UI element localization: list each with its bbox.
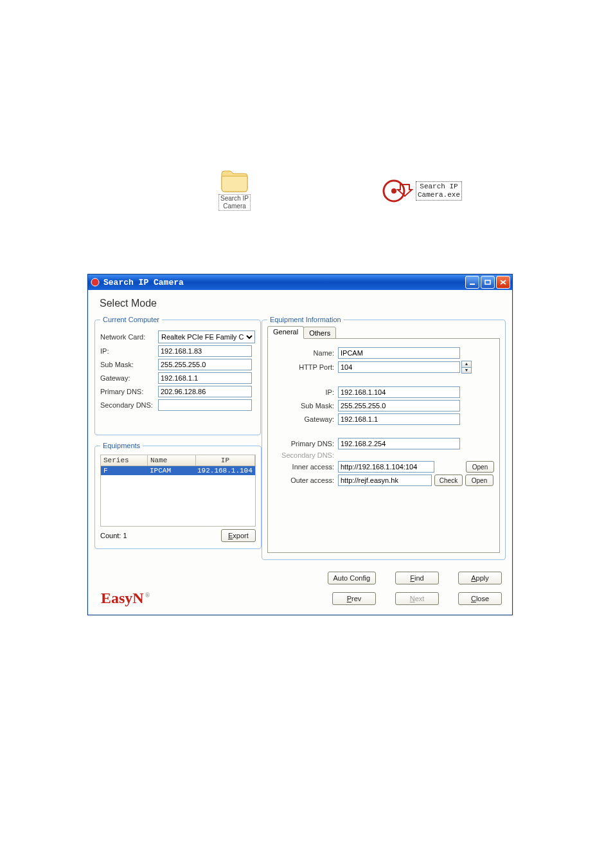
- cc-pdns-label: Primary DNS:: [100, 388, 158, 395]
- cc-sdns-label: Secondary DNS:: [100, 401, 158, 409]
- ei-port-label: HTTP Port:: [273, 363, 338, 371]
- cc-gateway-label: Gateway:: [100, 374, 158, 382]
- desktop-exe-shortcut[interactable]: Search IP Camera.exe: [382, 177, 462, 205]
- ei-ip-input[interactable]: [338, 386, 460, 398]
- ei-inner-label: Inner access:: [273, 463, 338, 471]
- minimize-button[interactable]: [465, 276, 479, 289]
- cc-ip-label: IP:: [100, 347, 158, 355]
- ei-pdns-label: Primary DNS:: [273, 440, 338, 448]
- col-ip[interactable]: IP: [196, 455, 255, 466]
- ei-inner-input[interactable]: [338, 461, 434, 473]
- apply-button[interactable]: Apply: [458, 572, 502, 584]
- ei-sdns-label: Secondary DNS:: [273, 451, 338, 459]
- prev-button[interactable]: Prev: [332, 592, 376, 605]
- cc-ip-input[interactable]: [158, 345, 252, 357]
- svg-point-2: [91, 278, 99, 286]
- app-icon: [91, 278, 100, 287]
- table-row[interactable]: F IPCAM 192.168.1.104: [101, 466, 255, 475]
- equipment-info-legend: Equipment Information: [267, 316, 344, 323]
- cell-series: F: [101, 466, 147, 475]
- svg-point-1: [391, 188, 396, 194]
- count-label: Count: 1: [100, 532, 127, 539]
- equipments-table[interactable]: Series Name IP F IPCAM 192.168.1.104: [100, 455, 256, 527]
- close-button[interactable]: Close: [458, 592, 502, 605]
- ei-port-input[interactable]: [338, 361, 460, 373]
- brand-logo: EasyN®: [101, 590, 150, 607]
- cc-submask-input[interactable]: [158, 359, 252, 370]
- maximize-button[interactable]: [481, 276, 495, 289]
- svg-rect-4: [485, 280, 490, 284]
- folder-icon: [219, 167, 250, 193]
- equipments-legend: Equipments: [100, 442, 143, 449]
- spin-up-icon[interactable]: ▲: [462, 361, 471, 368]
- cell-ip: 192.168.1.104: [195, 466, 255, 475]
- window-title: Search IP Camera: [103, 278, 184, 287]
- ei-submask-input[interactable]: [338, 400, 460, 411]
- spin-down-icon[interactable]: ▼: [462, 368, 471, 374]
- cc-sdns-input[interactable]: [158, 399, 252, 411]
- ei-submask-label: Sub Mask:: [273, 402, 338, 410]
- search-ip-camera-window: Search IP Camera Select Mode Current Com…: [87, 274, 513, 615]
- current-computer-group: Current Computer Network Card: Realtek P…: [94, 316, 261, 435]
- cd-install-icon: [382, 177, 413, 205]
- close-window-button[interactable]: [496, 276, 510, 289]
- outer-open-button[interactable]: Open: [465, 475, 493, 486]
- ei-gateway-input[interactable]: [338, 413, 460, 425]
- ei-pdns-input[interactable]: [338, 438, 460, 449]
- outer-check-button[interactable]: Check: [434, 475, 463, 486]
- ei-outer-input[interactable]: [338, 475, 432, 486]
- cc-gateway-input[interactable]: [158, 372, 252, 384]
- inner-open-button[interactable]: Open: [466, 461, 494, 473]
- tab-others[interactable]: Others: [303, 327, 336, 339]
- desktop-folder-shortcut[interactable]: Search IP Camera: [212, 167, 257, 211]
- cc-pdns-input[interactable]: [158, 386, 252, 397]
- svg-rect-3: [470, 284, 475, 285]
- ei-name-label: Name:: [273, 349, 338, 357]
- col-series[interactable]: Series: [101, 455, 148, 466]
- find-button[interactable]: Find: [395, 572, 439, 584]
- export-button[interactable]: Export: [221, 529, 256, 542]
- equipments-group: Equipments Series Name IP F IPCAM 192.16…: [94, 442, 262, 549]
- ei-outer-label: Outer access:: [273, 476, 338, 484]
- next-button[interactable]: Next: [395, 592, 439, 605]
- ei-name-input[interactable]: [338, 347, 460, 359]
- cc-submask-label: Sub Mask:: [100, 361, 158, 368]
- ei-ip-label: IP:: [273, 388, 338, 396]
- auto-config-button[interactable]: Auto Config: [328, 572, 376, 584]
- tab-general[interactable]: General: [267, 326, 304, 339]
- desktop-folder-label: Search IP Camera: [218, 194, 251, 211]
- network-card-select[interactable]: Realtek PCIe FE Family C: [158, 330, 255, 343]
- cell-name: IPCAM: [147, 466, 195, 475]
- page-heading: Select Mode: [94, 294, 506, 316]
- desktop-exe-label: Search IP Camera.exe: [416, 181, 462, 200]
- equipment-info-group: Equipment Information General Others Nam…: [262, 316, 506, 560]
- titlebar[interactable]: Search IP Camera: [88, 275, 512, 290]
- current-computer-legend: Current Computer: [100, 316, 162, 323]
- ei-gateway-label: Gateway:: [273, 415, 338, 423]
- port-spinner[interactable]: ▲ ▼: [461, 361, 472, 374]
- network-card-label: Network Card:: [100, 333, 158, 341]
- col-name[interactable]: Name: [148, 455, 196, 466]
